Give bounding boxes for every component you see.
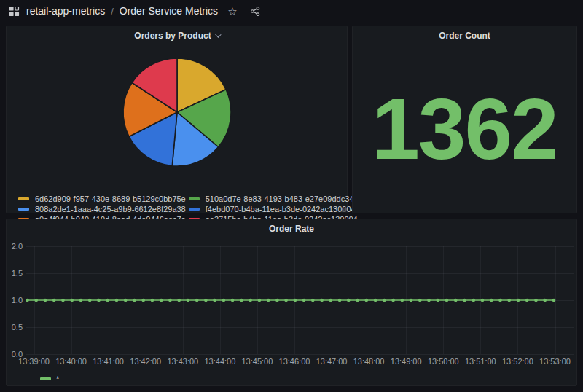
panel-title: Orders by Product [134, 31, 211, 41]
legend-color-swatch [189, 208, 200, 211]
data-point[interactable] [79, 299, 83, 302]
data-point[interactable] [507, 299, 511, 302]
data-point[interactable] [472, 299, 476, 302]
data-point[interactable] [454, 299, 458, 302]
data-point[interactable] [294, 299, 297, 302]
panel-title: Order Rate [269, 224, 314, 234]
plot-area[interactable] [26, 246, 574, 354]
data-point[interactable] [240, 299, 243, 302]
data-point[interactable] [401, 299, 404, 302]
gridline [26, 354, 574, 355]
stat-value: 1362 [353, 45, 576, 213]
data-point[interactable] [52, 299, 56, 302]
x-tick-label: 13:53:00 [532, 357, 579, 366]
y-tick-label: 1.0 [7, 296, 23, 305]
y-tick-label: 1.5 [7, 269, 23, 278]
dashboards-icon[interactable] [9, 6, 20, 17]
data-point[interactable] [418, 299, 422, 302]
data-point[interactable] [525, 299, 529, 302]
data-point[interactable] [391, 299, 395, 302]
data-point[interactable] [490, 299, 493, 302]
data-point[interactable] [222, 299, 226, 302]
data-point[interactable] [141, 299, 145, 302]
data-point[interactable] [534, 299, 538, 302]
data-point[interactable] [61, 299, 65, 302]
share-dashboard-button[interactable] [247, 4, 264, 18]
time-series-chart[interactable]: 0.00.51.01.52.0 13:39:0013:40:0013:41:00… [7, 238, 576, 385]
data-point[interactable] [356, 299, 359, 302]
data-point[interactable] [151, 299, 154, 302]
data-point[interactable] [365, 299, 369, 302]
data-point[interactable] [498, 299, 502, 302]
panel-title: Order Count [439, 31, 490, 41]
panel-menu-order-rate[interactable]: Order Rate [7, 219, 576, 238]
panel-menu-orders-by-product[interactable]: Orders by Product [7, 26, 347, 45]
y-tick-label: 2.0 [7, 242, 23, 251]
legend-label: f4ebd070-b4ba-11ea-b3de-0242ac130004 [206, 205, 356, 213]
series-legend-label: * [56, 375, 59, 383]
legend-item[interactable]: 510a0d7e-8e83-4193-b483-e27e09ddc34d [189, 195, 359, 203]
data-point[interactable] [543, 299, 547, 302]
data-point[interactable] [302, 299, 306, 302]
data-point[interactable] [374, 299, 377, 302]
data-point[interactable] [88, 299, 92, 302]
data-point[interactable] [552, 299, 556, 302]
legend-label: 510a0d7e-8e83-4193-b483-e27e09ddc34d [206, 195, 359, 203]
panel-order-count: Order Count 1362 [352, 26, 577, 213]
data-point[interactable] [320, 299, 324, 302]
data-point[interactable] [177, 299, 181, 302]
breadcrumb-folder[interactable]: retail-app-metrics [26, 5, 105, 17]
data-point[interactable] [168, 299, 172, 302]
data-point[interactable] [427, 299, 431, 302]
nav-bar: retail-app-metrics / Order Service Metri… [0, 0, 583, 22]
data-point[interactable] [275, 299, 279, 302]
data-point[interactable] [517, 299, 520, 302]
data-point[interactable] [463, 299, 466, 302]
data-point[interactable] [284, 299, 288, 302]
series-color-swatch [40, 377, 51, 380]
breadcrumb-dashboard-title[interactable]: Order Service Metrics [120, 5, 218, 17]
panel-menu-order-count[interactable]: Order Count [353, 26, 576, 45]
data-point[interactable] [70, 299, 74, 302]
legend-item[interactable]: 6d62d909-f957-430e-8689-b5129c0bb75e [18, 195, 186, 203]
data-point[interactable] [231, 299, 235, 302]
data-point[interactable] [106, 299, 109, 302]
series-legend-item[interactable]: * [40, 375, 59, 383]
legend-color-swatch [189, 197, 200, 200]
data-point[interactable] [437, 299, 440, 302]
data-point[interactable] [195, 299, 199, 302]
breadcrumb: retail-app-metrics / Order Service Metri… [26, 5, 218, 17]
data-point[interactable] [311, 299, 315, 302]
data-point[interactable] [124, 299, 128, 302]
data-point[interactable] [445, 299, 449, 302]
legend-label: 808a2de1-1aaa-4c25-a9b9-6612e8f29a38 [35, 205, 186, 213]
star-dashboard-button[interactable]: ☆ [224, 4, 240, 18]
data-point[interactable] [481, 299, 485, 302]
data-point[interactable] [187, 299, 190, 302]
legend-item[interactable]: 808a2de1-1aaa-4c25-a9b9-6612e8f29a38 [18, 205, 186, 213]
legend-color-swatch [18, 197, 29, 200]
panel-orders-by-product: Orders by Product 6d62d909-f957-430e-868… [6, 26, 348, 213]
data-point[interactable] [213, 299, 216, 302]
series-line [26, 246, 574, 354]
pie-chart[interactable] [7, 45, 347, 195]
data-point[interactable] [133, 299, 136, 302]
data-point[interactable] [204, 299, 208, 302]
data-point[interactable] [26, 299, 29, 302]
data-point[interactable] [115, 299, 119, 302]
legend-item[interactable]: f4ebd070-b4ba-11ea-b3de-0242ac130004 [189, 205, 359, 213]
data-point[interactable] [249, 299, 252, 302]
data-point[interactable] [34, 299, 38, 302]
data-point[interactable] [97, 299, 101, 302]
data-point[interactable] [44, 299, 47, 302]
data-point[interactable] [329, 299, 333, 302]
data-point[interactable] [410, 299, 413, 302]
star-icon: ☆ [227, 6, 237, 17]
chevron-down-icon [215, 31, 221, 37]
data-point[interactable] [160, 299, 163, 302]
data-point[interactable] [267, 299, 270, 302]
data-point[interactable] [258, 299, 262, 302]
data-point[interactable] [383, 299, 386, 302]
data-point[interactable] [347, 299, 351, 302]
data-point[interactable] [338, 299, 342, 302]
